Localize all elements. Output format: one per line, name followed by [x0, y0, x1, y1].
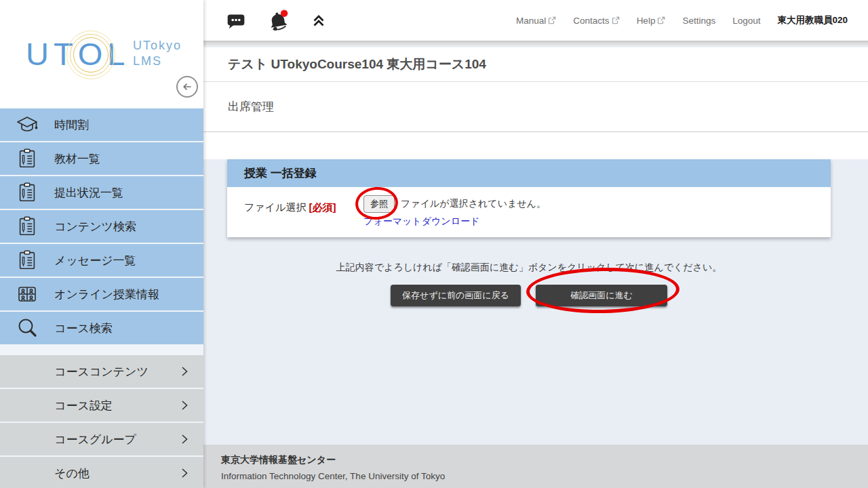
- graduation-cap-icon: [0, 113, 54, 137]
- navbar-links: Manual Contacts Help: [516, 14, 868, 26]
- page: UTOL UTokyo LMS 時間割: [0, 0, 868, 488]
- sidebar-item-course-search[interactable]: コース検索: [0, 312, 203, 344]
- sidebar-item-others[interactable]: その他: [0, 457, 203, 488]
- contacts-link[interactable]: Contacts: [573, 16, 619, 26]
- logo-letter: U: [26, 35, 54, 73]
- panel-body: ファイル選択 [必須] 参照 ファイルが選択されていません。 フォーマットダウン…: [227, 187, 831, 237]
- clipboard-icon: [0, 249, 54, 272]
- browse-button[interactable]: 参照: [363, 195, 395, 213]
- navbar-shadow: [203, 41, 868, 47]
- logo-block: UTOL UTokyo LMS: [0, 0, 203, 108]
- logo-letter: L: [107, 35, 130, 73]
- sidebar-item-content-search[interactable]: コンテンツ検索: [0, 210, 203, 243]
- clipboard-icon: [0, 147, 54, 170]
- file-input: 参照 ファイルが選択されていません。: [363, 195, 546, 213]
- footer-org-en: Information Technology Center, The Unive…: [221, 471, 848, 481]
- course-title-bar: テスト UTokyoCourse104 東大用コース104: [203, 47, 868, 82]
- collapse-header-icon[interactable]: [310, 11, 328, 30]
- clipboard-icon: [0, 181, 54, 204]
- navbar-icons: [203, 9, 328, 32]
- help-link[interactable]: Help: [637, 16, 666, 26]
- page-title: 出席管理: [228, 99, 274, 115]
- notification-dot: [281, 9, 288, 16]
- search-icon: [0, 316, 54, 340]
- course-title: テスト UTokyoCourse104 東大用コース104: [228, 56, 486, 73]
- sidebar-menu: 時間割 教材一覧 提出状況一覧: [0, 108, 203, 488]
- action-buttons: 保存せずに前の画面に戻る 確認画面に進む: [227, 285, 831, 306]
- sidebar-item-submission-status[interactable]: 提出状況一覧: [0, 176, 203, 209]
- proceed-to-confirm-button[interactable]: 確認画面に進む: [536, 285, 667, 306]
- sidebar-item-materials[interactable]: 教材一覧: [0, 142, 203, 175]
- external-link-icon: [657, 16, 665, 24]
- back-without-save-button[interactable]: 保存せずに前の画面に戻る: [391, 285, 521, 306]
- sidebar-item-course-group[interactable]: コースグループ: [0, 423, 203, 455]
- sidebar-item-timetable[interactable]: 時間割: [0, 108, 203, 141]
- no-file-selected-text: ファイルが選択されていません。: [401, 198, 546, 210]
- chevron-right-icon: [180, 366, 189, 377]
- file-select-label: ファイル選択 [必須]: [244, 195, 363, 228]
- sidebar-item-label: コース設定: [54, 398, 113, 413]
- instruction-text: 上記内容でよろしければ「確認画面に進む」ボタンをクリックして次に進んでください。: [227, 262, 831, 274]
- chat-icon[interactable]: [226, 10, 246, 30]
- chevron-right-icon: [180, 434, 189, 445]
- chevron-right-icon: [180, 468, 189, 479]
- sidebar-item-label: 教材一覧: [54, 151, 100, 167]
- logout-link[interactable]: Logout: [732, 16, 760, 26]
- sidebar-item-label: コースコンテンツ: [54, 364, 149, 380]
- sidebar-item-messages[interactable]: メッセージ一覧: [0, 244, 203, 277]
- sidebar-collapse-button[interactable]: [176, 76, 198, 98]
- top-navbar: Manual Contacts Help: [203, 0, 868, 41]
- user-name: 東大用教職員020: [777, 14, 848, 26]
- sidebar-item-course-contents[interactable]: コースコンテンツ: [0, 355, 203, 388]
- sidebar-item-label: 時間割: [54, 117, 89, 133]
- arrow-left-icon: [181, 81, 193, 93]
- sidebar-divider: [0, 346, 203, 355]
- logo-subtitle: UTokyo LMS: [133, 38, 182, 69]
- sidebar-item-label: コース検索: [54, 321, 113, 336]
- sidebar-item-online-class-info[interactable]: オンライン授業情報: [0, 278, 203, 310]
- logo-letter-o: O: [78, 35, 108, 73]
- notifications-bell-icon[interactable]: [267, 9, 290, 32]
- video-grid-icon: [0, 282, 54, 306]
- sidebar-item-label: コースグループ: [54, 432, 136, 447]
- footer: 東京大学情報基盤センター Information Technology Cent…: [203, 445, 868, 488]
- main-area: Manual Contacts Help: [203, 0, 868, 488]
- logo-letter: T: [54, 35, 78, 73]
- sidebar: UTOL UTokyo LMS 時間割: [0, 0, 203, 488]
- external-link-icon: [612, 16, 620, 24]
- chevron-right-icon: [180, 400, 189, 411]
- external-link-icon: [548, 16, 556, 24]
- bulk-register-panel: 授業 一括登録 ファイル選択 [必須] 参照 ファイルが選択されていません。: [227, 159, 831, 237]
- sidebar-item-label: オンライン授業情報: [54, 287, 159, 302]
- sidebar-item-label: コンテンツ検索: [54, 219, 136, 235]
- settings-link[interactable]: Settings: [682, 16, 715, 26]
- utol-logo[interactable]: UTOL: [26, 35, 130, 73]
- panel-title: 授業 一括登録: [244, 165, 317, 181]
- clipboard-icon: [0, 215, 54, 238]
- sidebar-item-label: メッセージ一覧: [54, 253, 136, 268]
- footer-org-jp: 東京大学情報基盤センター: [221, 454, 848, 466]
- content-area: 授業 一括登録 ファイル選択 [必須] 参照 ファイルが選択されていません。: [203, 159, 868, 445]
- panel-header: 授業 一括登録: [227, 159, 831, 187]
- sidebar-item-label: 提出状況一覧: [54, 185, 123, 201]
- sidebar-item-course-settings[interactable]: コース設定: [0, 389, 203, 422]
- section-title-bar: 出席管理: [203, 82, 868, 132]
- required-badge: [必須]: [309, 201, 336, 213]
- sidebar-item-label: その他: [54, 466, 90, 481]
- manual-link[interactable]: Manual: [516, 16, 556, 26]
- format-download-link[interactable]: フォーマットダウンロード: [363, 216, 546, 228]
